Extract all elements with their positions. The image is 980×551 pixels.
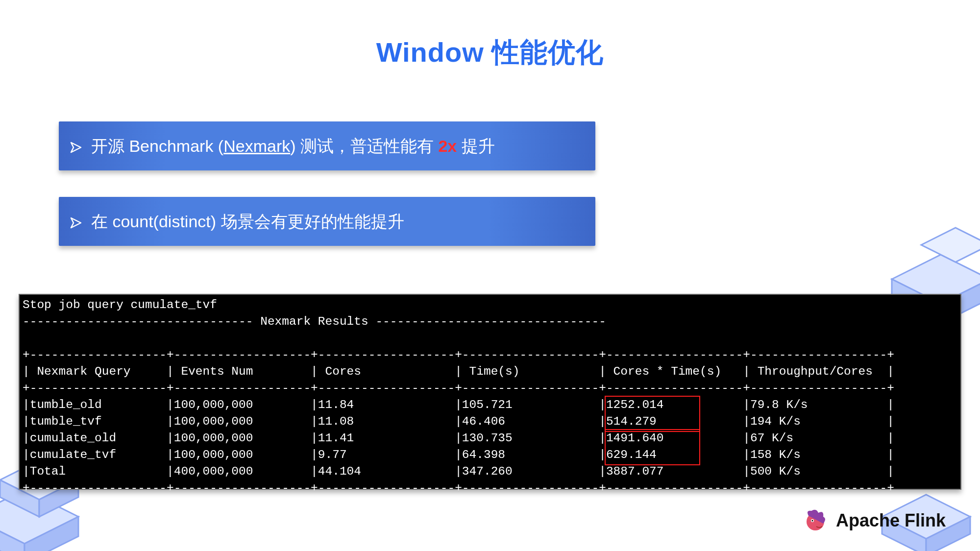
terminal-output: Stop job query cumulate_tvf ------------…: [19, 294, 961, 490]
svg-marker-2: [24, 517, 78, 551]
svg-marker-13: [71, 143, 81, 152]
svg-marker-9: [921, 228, 980, 262]
bullet-arrow-icon: [70, 211, 82, 232]
bullet-text: 在 count(distinct) 场景会有更好的性能提升: [91, 212, 404, 231]
bullet-arrow-icon: [70, 135, 82, 157]
bullet-text: 开源 Benchmark (Nexmark) 测试，普适性能有 2x 提升: [91, 137, 495, 155]
svg-marker-1: [0, 517, 24, 551]
apache-flink-logo: Apache Flink: [802, 507, 946, 534]
nexmark-link[interactable]: Nexmark: [223, 137, 290, 155]
apache-flink-text: Apache Flink: [836, 510, 946, 531]
bullet-count-distinct: 在 count(distinct) 场景会有更好的性能提升: [59, 197, 595, 246]
slide-title: Window 性能优化: [0, 34, 980, 72]
svg-marker-14: [71, 218, 81, 228]
flink-squirrel-icon: [802, 507, 829, 534]
svg-marker-0: [0, 490, 78, 544]
svg-point-17: [811, 520, 813, 522]
bullet-benchmark: 开源 Benchmark (Nexmark) 测试，普适性能有 2x 提升: [59, 121, 595, 170]
